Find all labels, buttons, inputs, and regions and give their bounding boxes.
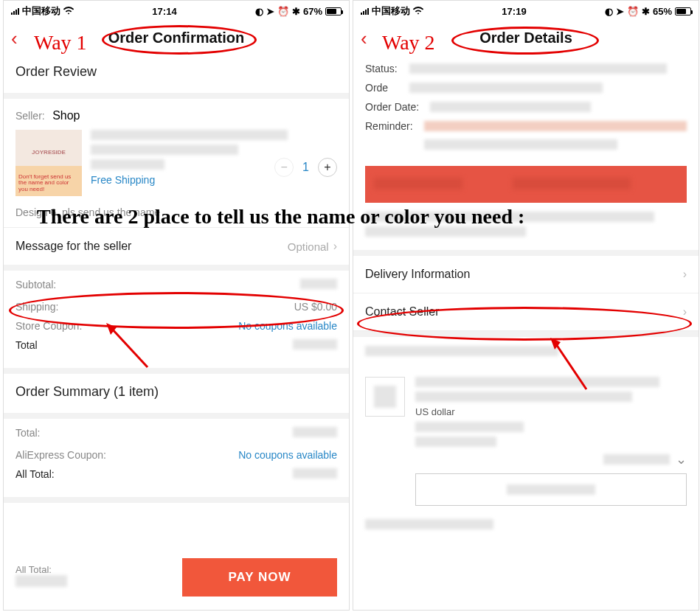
do-not-disturb-icon: ◐: [605, 6, 613, 17]
alarm-icon: ⏰: [277, 6, 289, 17]
qty-minus-button[interactable]: −: [274, 158, 294, 177]
product-title-redacted: [91, 130, 288, 140]
carrier-label: 中国移动: [22, 4, 60, 18]
seller-row: Seller: Shop: [4, 99, 349, 122]
order-summary-section: Order Summary (1 item): [4, 374, 349, 419]
alarm-icon: ⏰: [627, 6, 639, 17]
qty-plus-button[interactable]: +: [318, 158, 337, 177]
variant-note: Design 6, pls send us the name: [4, 204, 349, 227]
back-icon[interactable]: ‹: [361, 27, 367, 50]
paybar-amount-redacted: [15, 575, 67, 587]
product-row: JOYRESIDE Don't forget send us the name …: [4, 122, 349, 204]
reminder-label: Reminder:: [365, 120, 418, 132]
wifi-icon: [413, 6, 423, 17]
all-total-label: All Total:: [15, 468, 55, 483]
screenshot-way-2: 中国移动 17:19 ◐ ➤ ⏰ ✱ 65% ‹ Order Details S…: [353, 0, 699, 611]
order-label: Orde: [365, 82, 403, 94]
redacted-line: [365, 519, 493, 529]
message-for-seller-label: Message for the seller: [15, 240, 131, 253]
totals-section: Subtotal: Shipping:US $0.00 Store Coupon…: [4, 271, 349, 374]
total-label: Total: [15, 339, 38, 354]
battery-icon: [675, 7, 691, 15]
battery-icon: [325, 7, 342, 15]
ali-coupon-value[interactable]: No coupons available: [238, 449, 337, 461]
screenshot-way-1: 中国移动 17:14 ◐ ➤ ⏰ ✱ 67% ‹ Order Confirmat…: [3, 0, 350, 611]
status-bar: 中国移动 17:19 ◐ ➤ ⏰ ✱ 65%: [353, 1, 699, 21]
quantity-stepper: − 1 +: [274, 158, 337, 177]
battery-percent: 65%: [653, 6, 672, 17]
order-info-block: Status: Orde Order Date: Reminder:: [353, 54, 699, 163]
highlight-banner: [365, 166, 687, 203]
item-title-redacted-2: [415, 392, 632, 402]
page-header: ‹ Order Details: [353, 21, 699, 54]
redacted-line: [603, 454, 670, 465]
status-time: 17:14: [152, 6, 176, 17]
status-value-redacted: [409, 63, 667, 74]
order-review-section: Order Review: [4, 54, 349, 99]
chevron-right-icon: ›: [683, 305, 687, 319]
item-detail-block: US dollar ⌄: [353, 369, 699, 519]
status-bar: 中国移动 17:14 ◐ ➤ ⏰ ✱ 67%: [4, 1, 349, 21]
store-coupon-label: Store Coupon:: [15, 320, 82, 332]
location-icon: ➤: [616, 6, 624, 17]
item-thumb[interactable]: [365, 377, 405, 417]
chevron-down-icon[interactable]: ⌄: [676, 451, 687, 467]
battery-percent: 67%: [303, 6, 322, 17]
store-coupon-value[interactable]: No coupons available: [238, 320, 337, 332]
redacted-line: [415, 437, 496, 447]
reminder-value-redacted-2: [424, 139, 617, 150]
message-for-seller-row[interactable]: Message for the seller Optional ›: [4, 227, 349, 271]
message-optional-label: Optional: [288, 240, 329, 253]
chevron-right-icon: ›: [683, 268, 687, 281]
reminder-value-redacted: [424, 121, 687, 131]
signal-icon: [361, 7, 369, 15]
do-not-disturb-icon: ◐: [255, 6, 263, 17]
page-title: Order Details: [479, 29, 572, 46]
thumb-note: Don't forget send us the name and color …: [18, 174, 79, 193]
pay-now-button[interactable]: PAY NOW: [182, 558, 337, 597]
action-button-redacted[interactable]: [415, 473, 687, 506]
total-value-redacted: [293, 339, 337, 350]
shipping-value: US $0.00: [294, 301, 337, 313]
order-date-label: Order Date:: [365, 101, 424, 113]
chevron-right-icon: ›: [333, 240, 337, 253]
all-total-redacted: [293, 468, 337, 479]
paybar-all-total-label: All Total:: [15, 564, 170, 575]
contact-seller-label: Contact Seller: [365, 305, 440, 319]
status-label: Status:: [365, 63, 403, 74]
product-thumbnail[interactable]: JOYRESIDE Don't forget send us the name …: [15, 130, 82, 196]
order-summary-title: Order Summary (1 item): [15, 384, 337, 400]
subtotal-value-redacted: [300, 279, 337, 289]
thumb-brand: JOYRESIDE: [18, 133, 79, 174]
bluetooth-icon: ✱: [642, 6, 650, 17]
back-icon[interactable]: ‹: [11, 27, 18, 50]
currency-hint: US dollar: [415, 406, 687, 417]
status-time: 17:19: [502, 6, 526, 17]
contact-seller-row[interactable]: Contact Seller ›: [353, 293, 699, 331]
delivery-information-label: Delivery Information: [365, 268, 470, 281]
shipping-label: Shipping:: [15, 301, 58, 313]
signal-icon: [11, 7, 19, 15]
carrier-label: 中国移动: [372, 4, 410, 18]
summary-totals: Total: AliExpress Coupon:No coupons avai…: [4, 419, 349, 503]
wifi-icon: [63, 6, 74, 17]
ali-coupon-label: AliExpress Coupon:: [15, 449, 106, 461]
redacted-line: [365, 226, 526, 237]
pay-bar: All Total: PAY NOW: [4, 551, 349, 604]
qty-value: 1: [302, 161, 309, 174]
summary-total-label: Total:: [15, 427, 40, 442]
order-value-redacted: [409, 83, 603, 93]
summary-total-redacted: [293, 427, 337, 437]
product-title-redacted-2: [91, 145, 238, 155]
location-icon: ➤: [266, 6, 274, 17]
seller-label: Seller:: [15, 110, 45, 122]
bluetooth-icon: ✱: [292, 6, 300, 17]
item-title-redacted: [415, 377, 659, 387]
redacted-line: [365, 346, 558, 356]
seller-value: Shop: [52, 109, 80, 122]
delivery-information-row[interactable]: Delivery Information ›: [353, 256, 699, 293]
page-title: Order Confirmation: [108, 29, 244, 46]
redacted-line: [415, 422, 524, 432]
product-meta-redacted: [91, 159, 164, 170]
page-header: ‹ Order Confirmation: [4, 21, 349, 54]
